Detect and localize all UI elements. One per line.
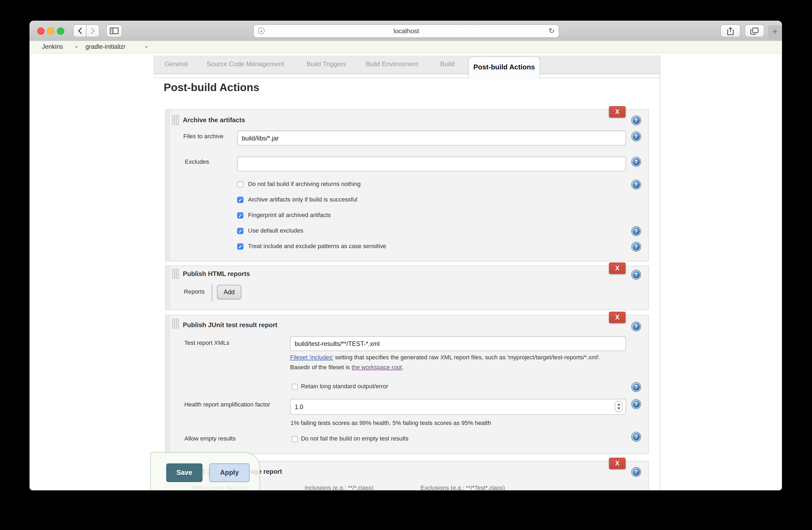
- checkbox-label: Fingerprint all archived artifacts: [248, 212, 331, 218]
- checkmark-icon: ✓: [238, 228, 242, 234]
- tab-build-environment[interactable]: Build Environment: [365, 56, 418, 74]
- url-field[interactable]: + localhost ↻: [253, 24, 559, 38]
- save-button[interactable]: Save: [166, 463, 202, 482]
- divider: [211, 284, 213, 301]
- section-title: Publish HTML reports: [183, 270, 250, 278]
- health-factor-note: 1% failing tests scores as 99% health. 5…: [290, 420, 491, 426]
- checkmark-icon: ✓: [238, 213, 242, 218]
- panel-gutter: [165, 266, 170, 309]
- tab-overview-button[interactable]: [745, 24, 764, 37]
- health-factor-label: Health report amplification factor: [184, 401, 270, 408]
- help-icon[interactable]: ?: [632, 132, 641, 141]
- help-icon[interactable]: ?: [632, 270, 641, 279]
- checkbox-label: Do not fail the build on empty test resu…: [301, 436, 408, 442]
- stepper-down-icon[interactable]: [617, 408, 620, 410]
- test-report-xmls-input[interactable]: [290, 336, 626, 351]
- tab-build[interactable]: Build: [440, 56, 455, 74]
- delete-archive-section-button[interactable]: X: [609, 106, 625, 118]
- retain-output-checkbox[interactable]: [292, 384, 298, 390]
- divider: [153, 78, 660, 78]
- add-report-button[interactable]: Add: [217, 285, 242, 299]
- checkbox-label: Use default excludes: [248, 227, 303, 233]
- new-tab-button[interactable]: +: [768, 26, 782, 40]
- tab-post-build-actions[interactable]: Post-build Actions: [468, 57, 540, 79]
- back-button[interactable]: [73, 24, 86, 37]
- browser-window: + localhost ↻: [29, 20, 782, 490]
- reports-label: Reports: [184, 288, 205, 294]
- publish-junit-panel: [165, 315, 649, 454]
- number-stepper[interactable]: [615, 401, 623, 412]
- browser-toolbar: + localhost ↻: [29, 20, 782, 41]
- stepper-up-icon[interactable]: [617, 403, 620, 406]
- help-icon[interactable]: ?: [632, 383, 641, 392]
- archive-only-if-successful-checkbox[interactable]: ✓: [237, 197, 243, 203]
- help-icon[interactable]: ?: [632, 116, 641, 125]
- allow-empty-results-label: Allow empty results: [184, 436, 235, 442]
- page-title: Post-build Actions: [164, 81, 259, 93]
- excludes-input[interactable]: [237, 157, 626, 172]
- tab-source-code-management[interactable]: Source Code Management: [207, 56, 284, 74]
- files-to-archive-label: Files to archive: [183, 133, 223, 139]
- help-icon[interactable]: ?: [632, 468, 641, 476]
- help-icon[interactable]: ?: [632, 400, 641, 409]
- fingerprint-checkbox[interactable]: ✓: [237, 212, 243, 218]
- sidebar-toggle-button[interactable]: [106, 24, 122, 37]
- share-icon: [727, 27, 734, 35]
- test-report-xmls-label: Test report XMLs: [184, 340, 229, 346]
- section-title: Publish JUnit test result report: [183, 322, 277, 329]
- exclusions-label: Exclusions (e.g.: **/*Test*.class): [420, 485, 505, 490]
- chevron-left-icon: [77, 27, 82, 34]
- checkbox-label: Archive artifacts only if build is succe…: [248, 196, 358, 202]
- close-window-button[interactable]: [37, 27, 44, 34]
- default-excludes-checkbox[interactable]: ✓: [237, 228, 243, 234]
- share-button[interactable]: [720, 24, 740, 37]
- panel-gutter: [165, 110, 170, 261]
- health-factor-field: [290, 399, 626, 415]
- chevron-right-icon: [90, 27, 95, 34]
- breadcrumb-job-link[interactable]: gradle-initializr: [86, 41, 126, 53]
- apply-button[interactable]: Apply: [209, 463, 250, 482]
- help-icon[interactable]: ?: [632, 322, 641, 331]
- panel-gutter: [165, 315, 170, 454]
- checkmark-icon: ✓: [238, 197, 242, 203]
- drag-handle-icon[interactable]: [172, 269, 179, 279]
- delete-html-reports-section-button[interactable]: X: [609, 263, 625, 274]
- help-icon[interactable]: ?: [632, 227, 641, 236]
- fileset-help-text: Fileset 'includes' setting that specifie…: [290, 353, 615, 372]
- screenshot-stage: + localhost ↻: [0, 0, 812, 530]
- breadcrumb-jenkins-link[interactable]: Jenkins: [42, 41, 63, 53]
- fileset-includes-link[interactable]: Fileset 'includes': [290, 354, 333, 360]
- delete-jacoco-section-button[interactable]: X: [609, 458, 625, 469]
- tab-general[interactable]: General: [165, 56, 188, 74]
- url-text: localhost: [254, 25, 559, 37]
- help-icon[interactable]: ?: [632, 242, 641, 251]
- chevron-right-icon: ▸: [76, 41, 78, 53]
- do-not-fail-checkbox[interactable]: [237, 181, 243, 187]
- workspace-root-link[interactable]: the workspace root: [352, 364, 402, 370]
- overlapping-squares-icon: [750, 27, 759, 34]
- help-text: setting that specifies the generated raw…: [290, 354, 600, 370]
- sidebar-icon: [110, 27, 119, 34]
- allow-empty-checkbox[interactable]: [292, 436, 298, 442]
- drag-handle-icon[interactable]: [172, 318, 179, 329]
- checkbox-label: Do not fail build if archiving returns n…: [248, 181, 361, 187]
- help-icon[interactable]: ?: [632, 157, 641, 166]
- checkbox-label: Treat include and exclude patterns as ca…: [248, 243, 387, 249]
- drag-handle-icon[interactable]: [172, 115, 179, 126]
- help-icon[interactable]: ?: [632, 180, 641, 189]
- chevron-right-icon: ▸: [146, 41, 148, 53]
- reload-icon[interactable]: ↻: [549, 27, 555, 35]
- help-icon[interactable]: ?: [632, 432, 641, 441]
- minimize-window-button[interactable]: [47, 27, 54, 34]
- health-factor-input[interactable]: [290, 399, 626, 415]
- help-text-end: .: [402, 364, 404, 370]
- tab-build-triggers[interactable]: Build Triggers: [307, 56, 346, 74]
- delete-junit-section-button[interactable]: X: [609, 312, 625, 323]
- case-sensitive-checkbox[interactable]: ✓: [237, 243, 243, 249]
- forward-button[interactable]: [86, 24, 99, 37]
- checkmark-icon: ✓: [238, 244, 242, 249]
- zoom-window-button[interactable]: [57, 27, 64, 34]
- breadcrumb: Jenkins ▸ gradle-initializr ▸: [29, 41, 782, 53]
- inclusions-label: Inclusions (e.g.: **/*.class): [304, 485, 374, 490]
- files-to-archive-input[interactable]: [237, 131, 626, 146]
